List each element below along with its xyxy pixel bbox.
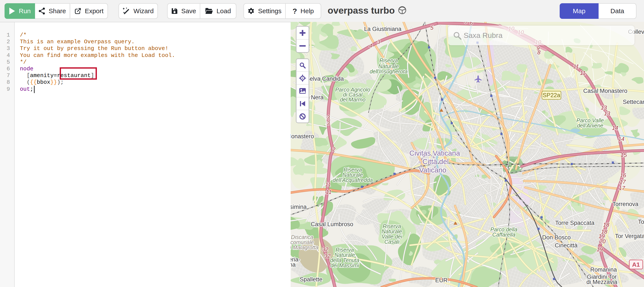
svg-text:Nera: Nera — [311, 94, 324, 101]
svg-text:Cinecittà: Cinecittà — [555, 242, 578, 249]
svg-text:di Mezzavia: di Mezzavia — [586, 279, 618, 285]
svg-text:2: 2 — [332, 146, 336, 153]
svg-text:11: 11 — [573, 63, 579, 70]
svg-text:16: 16 — [620, 172, 626, 179]
svg-text:Torre Spaccata: Torre Spaccata — [555, 220, 595, 226]
svg-text:3: 3 — [377, 39, 380, 45]
svg-text:Monastero: Monastero — [291, 133, 314, 140]
svg-text:11: 11 — [326, 189, 332, 195]
svg-text:Selva Candida: Selva Candida — [306, 76, 344, 82]
svg-text:Romanina: Romanina — [590, 266, 617, 273]
svg-text:SP22a: SP22a — [542, 92, 560, 99]
svg-text:del Marmo: del Marmo — [340, 97, 366, 103]
svg-text:4: 4 — [369, 43, 372, 49]
svg-text:5: 5 — [430, 25, 434, 31]
svg-text:simina: simina — [291, 204, 307, 210]
svg-text:19: 19 — [597, 246, 603, 252]
svg-text:14: 14 — [618, 136, 624, 142]
svg-text:3: 3 — [327, 114, 330, 121]
svg-text:Casal Monastero: Casal Monastero — [583, 88, 627, 94]
svg-text:18: 18 — [603, 221, 610, 228]
svg-text:17: 17 — [619, 185, 626, 191]
svg-text:- Città del: - Città del — [418, 158, 448, 166]
svg-text:11: 11 — [325, 181, 331, 188]
svg-text:Vaticano: Vaticano — [419, 166, 446, 174]
svg-text:14: 14 — [612, 125, 618, 131]
svg-text:32: 32 — [322, 246, 328, 252]
svg-text:32: 32 — [324, 252, 331, 259]
svg-text:6: 6 — [464, 22, 468, 25]
svg-text:Settecami: Settecami — [623, 99, 644, 105]
svg-text:8: 8 — [538, 49, 541, 56]
svg-text:Tor: Tor — [638, 219, 644, 225]
svg-text:Spallette: Spallette — [300, 276, 322, 283]
svg-text:20: 20 — [599, 238, 606, 244]
svg-text:Tor Vergata: Tor Vergata — [615, 233, 644, 239]
svg-text:13: 13 — [604, 110, 610, 117]
svg-text:Casal Lumbroso: Casal Lumbroso — [311, 221, 353, 227]
svg-text:Casali: Casali — [384, 239, 400, 245]
svg-text:13: 13 — [601, 104, 607, 111]
svg-text:Riserva: Riserva — [380, 57, 398, 63]
svg-text:EUR: EUR — [435, 277, 448, 283]
svg-text:dei Massimi: dei Massimi — [330, 262, 359, 268]
svg-text:dell'Acquafredda: dell'Acquafredda — [332, 177, 373, 183]
svg-text:11: 11 — [580, 70, 586, 76]
svg-text:di Malagrotta: di Malagrotta — [291, 244, 318, 250]
svg-text:Torrenova: Torrenova — [612, 201, 638, 207]
svg-text:17: 17 — [620, 179, 626, 185]
svg-text:Caffarella: Caffarella — [492, 232, 516, 238]
svg-text:A1: A1 — [632, 261, 640, 268]
svg-text:Don Bosco: Don Bosco — [542, 234, 571, 241]
svg-text:dell'Aniene: dell'Aniene — [577, 123, 603, 129]
svg-text:La Giustiniana: La Giustiniana — [364, 26, 402, 32]
svg-text:Civitas Vaticana: Civitas Vaticana — [409, 149, 460, 157]
svg-text:dell'Insugherota: dell'Insugherota — [370, 68, 408, 75]
svg-text:3: 3 — [327, 120, 330, 126]
svg-text:15: 15 — [621, 152, 627, 158]
svg-text:na: na — [291, 261, 296, 268]
